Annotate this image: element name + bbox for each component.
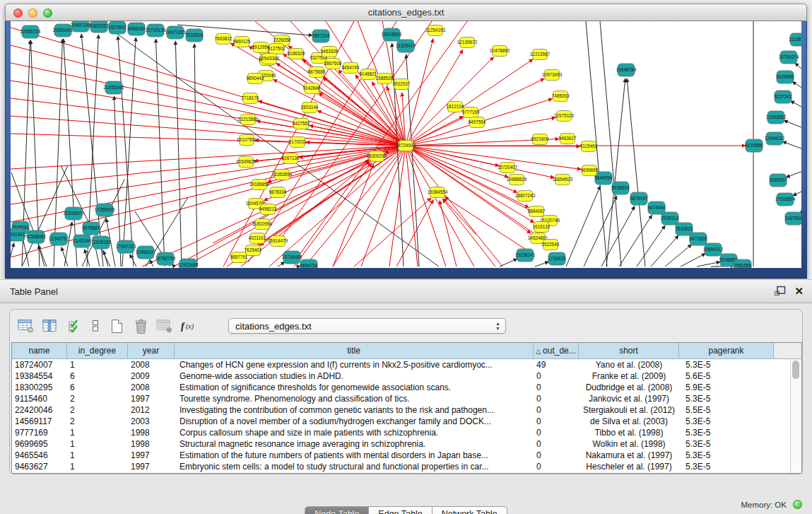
- table-cell[interactable]: 0: [534, 427, 579, 438]
- table-cell[interactable]: Genome-wide association studies in ADHD.: [175, 370, 534, 382]
- table-row[interactable]: 1938455462009Genome-wide association stu…: [12, 370, 801, 382]
- table-row[interactable]: 1830029562008Estimation of significance …: [12, 382, 801, 393]
- table-cell[interactable]: Tibbo et al. (1998): [579, 427, 679, 438]
- table-cell[interactable]: 0: [534, 461, 579, 472]
- column-header-out_de[interactable]: △out_de...: [534, 343, 579, 359]
- table-cell[interactable]: 5.6E-5: [679, 370, 774, 382]
- table-cell[interactable]: Changes of HCN gene expression and I(f) …: [175, 359, 534, 370]
- table-cell[interactable]: Yano et al. (2008): [579, 359, 679, 370]
- column-header-in_degree[interactable]: in_degree: [67, 343, 128, 359]
- table-cell[interactable]: 2: [67, 404, 128, 416]
- table-cell[interactable]: 1998: [128, 438, 175, 450]
- table-cell[interactable]: 0: [534, 404, 579, 416]
- table-cell[interactable]: 9463627: [12, 461, 67, 472]
- network-window-titlebar[interactable]: citations_edges.txt: [5, 4, 807, 21]
- delete-columns-button[interactable]: [154, 316, 175, 336]
- table-cell[interactable]: 22420046: [12, 404, 67, 416]
- table-scrollbar[interactable]: [790, 359, 801, 473]
- table-cell[interactable]: 9115460: [12, 393, 67, 404]
- table-cell[interactable]: 9465546: [12, 450, 67, 461]
- table-cell[interactable]: 1: [67, 427, 128, 438]
- table-cell[interactable]: Franke et al. (2009): [579, 370, 679, 382]
- table-cell[interactable]: 9777169: [12, 427, 67, 438]
- table-cell[interactable]: 1: [67, 450, 128, 461]
- table-cell[interactable]: 2008: [128, 359, 175, 370]
- table-cell[interactable]: 1997: [128, 450, 175, 461]
- table-cell[interactable]: 2: [67, 416, 128, 427]
- table-cell[interactable]: 0: [534, 393, 579, 404]
- table-cell[interactable]: 19384554: [12, 370, 67, 382]
- table-cell[interactable]: 2003: [128, 416, 175, 427]
- table-row[interactable]: 1872400712008Changes of HCN gene express…: [12, 359, 801, 370]
- table-cell[interactable]: de Silva et al. (2003): [579, 416, 679, 427]
- table-cell[interactable]: 1: [67, 359, 128, 370]
- table-cell[interactable]: 2008: [128, 382, 175, 393]
- table-cell[interactable]: Corpus callosum shape and size in male p…: [175, 427, 534, 438]
- table-row[interactable]: 946554611997Estimation of the future num…: [12, 450, 801, 461]
- column-header-pagerank[interactable]: pagerank: [679, 343, 774, 359]
- create-table-button[interactable]: [106, 316, 127, 336]
- show-columns-button[interactable]: [40, 316, 61, 336]
- table-cell[interactable]: 1997: [128, 393, 175, 404]
- table-cell[interactable]: Nakamura et al. (1997): [579, 450, 679, 461]
- table-cell[interactable]: Jankovic et al. (1997): [579, 393, 679, 404]
- table-row[interactable]: 977716911998Corpus callosum shape and si…: [12, 427, 801, 438]
- table-row[interactable]: 2242004622012Investigating the contribut…: [12, 404, 801, 416]
- table-cell[interactable]: 6: [67, 382, 128, 393]
- table-cell[interactable]: Tourette syndrome. Phenomenology and cla…: [175, 393, 534, 404]
- table-cell[interactable]: 0: [534, 416, 579, 427]
- table-cell[interactable]: 18300295: [12, 382, 67, 393]
- table-cell[interactable]: 0: [534, 370, 579, 382]
- column-header-short[interactable]: short: [579, 343, 679, 359]
- table-cell[interactable]: 6: [67, 370, 128, 382]
- table-cell[interactable]: 14569117: [12, 416, 67, 427]
- close-panel-icon[interactable]: ✕: [794, 286, 804, 296]
- table-cell[interactable]: 5.3E-5: [679, 359, 774, 370]
- table-cell[interactable]: 0: [534, 382, 579, 393]
- float-window-icon[interactable]: [774, 286, 786, 296]
- table-cell[interactable]: Disruption of a novel member of a sodium…: [175, 416, 534, 427]
- table-cell[interactable]: 1998: [128, 427, 175, 438]
- table-scrollbar-thumb[interactable]: [792, 361, 799, 379]
- table-cell[interactable]: Dudbridge et al. (2008): [579, 382, 679, 393]
- table-cell[interactable]: 1: [67, 438, 128, 450]
- table-cell[interactable]: 0: [534, 438, 579, 450]
- function-builder-button[interactable]: f(x): [178, 316, 199, 336]
- table-cell[interactable]: Embryonic stem cells: a model to study s…: [175, 461, 534, 472]
- table-cell[interactable]: Hescheler et al. (1997): [579, 461, 679, 472]
- column-header-name[interactable]: name: [12, 343, 67, 359]
- table-row[interactable]: 946362711997Embryonic stem cells: a mode…: [12, 461, 801, 472]
- column-header-title[interactable]: title: [175, 343, 534, 359]
- table-row[interactable]: 969969511998Structural magnetic resonanc…: [12, 438, 801, 450]
- table-cell[interactable]: 2: [67, 393, 128, 404]
- network-canvas[interactable]: 2205572420691406204971481065325715276028…: [11, 21, 801, 268]
- table-cell[interactable]: 1997: [128, 461, 175, 472]
- table-cell[interactable]: Investigating the contribution of common…: [175, 404, 534, 416]
- table-cell[interactable]: 49: [534, 359, 579, 370]
- table-cell[interactable]: 5.3E-5: [679, 393, 774, 404]
- table-cell[interactable]: 5.3E-5: [679, 427, 774, 438]
- table-cell[interactable]: Estimation of significance thresholds fo…: [175, 382, 534, 393]
- select-columns-button[interactable]: [64, 316, 85, 336]
- table-cell[interactable]: 5.9E-5: [679, 382, 774, 393]
- table-settings-button[interactable]: [16, 316, 37, 336]
- table-cell[interactable]: 0: [534, 450, 579, 461]
- table-cell[interactable]: 2012: [128, 404, 175, 416]
- table-cell[interactable]: 9699695: [12, 438, 67, 450]
- table-cell[interactable]: Wolkin et al. (1998): [579, 438, 679, 450]
- table-cell[interactable]: 5.3E-5: [679, 450, 774, 461]
- table-cell[interactable]: Structural magnetic resonance image aver…: [175, 438, 534, 450]
- row-height-button[interactable]: [88, 316, 103, 336]
- table-cell[interactable]: Stergiakouli et al. (2012): [579, 404, 679, 416]
- column-header-year[interactable]: year: [128, 343, 175, 359]
- table-cell[interactable]: 5.3E-5: [679, 461, 774, 472]
- table-cell[interactable]: 18724007: [12, 359, 67, 370]
- table-cell[interactable]: 2009: [128, 370, 175, 382]
- table-cell[interactable]: 5.5E-5: [679, 404, 774, 416]
- table-cell[interactable]: Estimation of the future numbers of pati…: [175, 450, 534, 461]
- table-cell[interactable]: 5.3E-5: [679, 438, 774, 450]
- table-cell[interactable]: 1: [67, 461, 128, 472]
- table-row[interactable]: 1456911722003Disruption of a novel membe…: [12, 416, 801, 427]
- delete-table-button[interactable]: [130, 316, 151, 336]
- table-select[interactable]: citations_edges.txt ▲▼: [228, 318, 506, 334]
